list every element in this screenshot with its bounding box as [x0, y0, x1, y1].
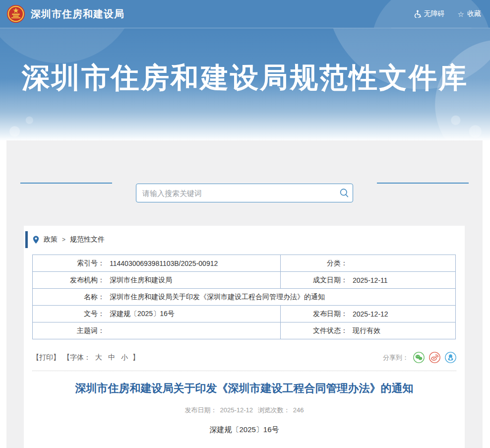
issuing-agency-value: 深圳市住房和建设局: [105, 276, 172, 285]
publish-date-caption: 发布日期：: [185, 406, 217, 414]
share-wechat-icon[interactable]: [413, 352, 425, 363]
favorite-label: 收藏: [467, 9, 481, 18]
issuing-agency-label: 发布机构：: [33, 276, 105, 285]
font-size-large-button[interactable]: 大: [95, 353, 102, 362]
article-title: 深圳市住房和建设局关于印发《深圳市建设工程合同管理办法》的通知: [39, 381, 450, 396]
font-size-medium-button[interactable]: 中: [108, 353, 115, 362]
cell-category: 分类：: [281, 255, 456, 272]
share-qq-icon[interactable]: [445, 352, 456, 363]
document-meta-table: 索引号： 11440300693981103B/2025-00912 分类： 发…: [32, 255, 456, 339]
search-section: [6, 140, 483, 202]
decorative-line-left: [20, 183, 112, 184]
cell-document-status: 文件状态： 现行有效: [281, 322, 456, 339]
national-emblem-logo: [6, 4, 25, 23]
decorative-line-right: [377, 183, 469, 184]
subject-terms-label: 主题词：: [33, 326, 105, 335]
index-number-label: 索引号：: [33, 259, 105, 268]
star-icon: ☆: [458, 10, 464, 18]
document-number-value: 深建规〔2025〕16号: [105, 310, 175, 319]
category-label: 分类：: [281, 259, 348, 268]
cell-issuing-agency: 发布机构： 深圳市住房和建设局: [33, 272, 281, 289]
top-bar-links: 无障碍 ☆ 收藏: [414, 9, 490, 18]
location-pin-icon: [33, 236, 39, 244]
search-icon: [339, 188, 349, 198]
wheelchair-icon: [414, 10, 421, 18]
content-panel: 政策 > 规范性文件 索引号： 11440300693981103B/2025-…: [24, 226, 465, 448]
hero-banner: 深圳市住房和建设局规范性文件库: [0, 28, 490, 140]
search-input[interactable]: [136, 184, 336, 202]
views-count: 246: [293, 406, 304, 414]
site-name: 深圳市住房和建设局: [31, 7, 124, 21]
search-button[interactable]: [336, 184, 353, 202]
cell-written-date: 成文日期： 2025-12-11: [281, 272, 456, 289]
top-bar: 深圳市住房和建设局 无障碍 ☆ 收藏: [0, 0, 490, 28]
breadcrumb: 政策 > 规范性文件: [24, 231, 465, 248]
table-row: 文号： 深建规〔2025〕16号 发布日期： 2025-12-12: [33, 306, 456, 322]
cell-publish-date: 发布日期： 2025-12-12: [281, 306, 456, 322]
share-label: 分享到：: [383, 353, 409, 362]
document-number-label: 文号：: [33, 310, 105, 319]
font-size-small-button[interactable]: 小: [121, 353, 128, 362]
accessibility-link[interactable]: 无障碍: [414, 9, 445, 18]
breadcrumb-separator: >: [62, 236, 65, 243]
accessibility-label: 无障碍: [424, 9, 445, 18]
print-font-controls: 【打印】 【字体： 大 中 小 】: [32, 353, 139, 362]
cell-index-number: 索引号： 11440300693981103B/2025-00912: [33, 255, 281, 272]
publish-date-value: 2025-12-12: [348, 310, 388, 318]
views-caption: 浏览次数：: [258, 406, 290, 414]
document-status-label: 文件状态：: [281, 326, 348, 335]
dotted-divider: [32, 371, 456, 371]
table-row: 索引号： 11440300693981103B/2025-00912 分类：: [33, 255, 456, 272]
page-body-panel: 政策 > 规范性文件 索引号： 11440300693981103B/2025-…: [6, 140, 483, 448]
banner-title: 深圳市住房和建设局规范性文件库: [0, 28, 490, 97]
cell-subject-terms: 主题词：: [33, 322, 281, 339]
written-date-value: 2025-12-11: [348, 276, 388, 284]
search-box: [136, 184, 353, 202]
breadcrumb-item-policy[interactable]: 政策: [44, 235, 58, 244]
article-toolbar: 【打印】 【字体： 大 中 小 】 分享到：: [32, 352, 456, 363]
table-row: 主题词： 文件状态： 现行有效: [33, 322, 456, 339]
index-number-value: 11440300693981103B/2025-00912: [105, 259, 218, 267]
site-home-link[interactable]: 深圳市住房和建设局: [0, 4, 124, 23]
document-name-value: 深圳市住房和建设局关于印发《深圳市建设工程合同管理办法》的通知: [105, 293, 325, 302]
font-size-prefix: 【字体：: [63, 353, 91, 362]
document-number-line: 深建规〔2025〕16号: [24, 425, 465, 435]
cell-document-name: 名称： 深圳市住房和建设局关于印发《深圳市建设工程合同管理办法》的通知: [33, 289, 456, 306]
cell-document-number: 文号： 深建规〔2025〕16号: [33, 306, 281, 322]
table-row: 名称： 深圳市住房和建设局关于印发《深圳市建设工程合同管理办法》的通知: [33, 289, 456, 306]
share-controls: 分享到：: [383, 352, 456, 363]
print-button[interactable]: 【打印】: [32, 353, 60, 362]
written-date-label: 成文日期：: [281, 276, 348, 285]
document-name-label: 名称：: [33, 293, 105, 302]
document-status-value: 现行有效: [348, 326, 380, 335]
font-size-suffix: 】: [132, 353, 139, 362]
breadcrumb-accent-bar: [25, 231, 28, 248]
table-row: 发布机构： 深圳市住房和建设局 成文日期： 2025-12-11: [33, 272, 456, 289]
article-meta: 发布日期：2025-12-12 浏览次数：246: [24, 406, 465, 415]
share-weibo-icon[interactable]: [429, 352, 440, 363]
breadcrumb-item-normative-files[interactable]: 规范性文件: [70, 235, 105, 244]
publish-date-label: 发布日期：: [281, 310, 348, 319]
favorite-link[interactable]: ☆ 收藏: [458, 9, 481, 18]
publish-date-text: 2025-12-12: [220, 406, 253, 414]
